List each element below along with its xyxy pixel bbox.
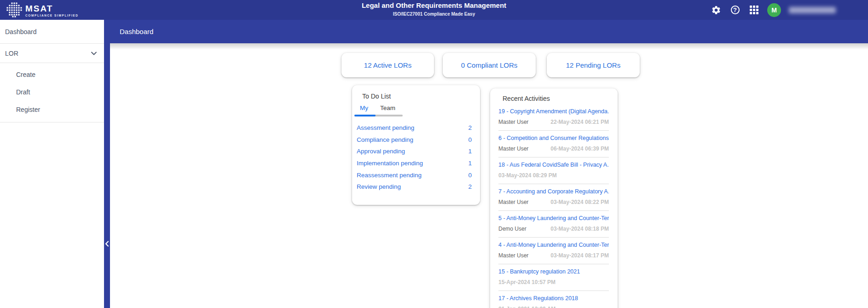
activity-time: 06-May-2024 06:39 PM bbox=[550, 145, 609, 152]
todo-item-compliance[interactable]: Compliance pending 0 bbox=[357, 134, 472, 146]
todo-count: 2 bbox=[468, 183, 472, 190]
activity-item: 4 - Anti-Money Laundering and Counter-Te… bbox=[498, 238, 609, 264]
username-redacted bbox=[789, 7, 836, 13]
todo-label: Compliance pending bbox=[357, 136, 413, 143]
topbar: Dashboard bbox=[104, 20, 868, 43]
activity-link[interactable]: 6 - Competition and Consumer Regulations… bbox=[498, 135, 609, 141]
sidebar-item-dashboard[interactable]: Dashboard bbox=[0, 20, 104, 43]
sidebar-item-create[interactable]: Create bbox=[0, 66, 104, 83]
app-header: MSAT COMPLIANCE SIMPLIFIED Legal and Oth… bbox=[0, 0, 868, 20]
activity-time: 15-Apr-2024 10:57 PM bbox=[498, 279, 556, 285]
activity-user: Master User bbox=[498, 145, 528, 152]
sidebar-divider bbox=[0, 122, 104, 122]
logo-text: MSAT COMPLIANCE SIMPLIFIED bbox=[25, 4, 79, 17]
todo-item-implementation[interactable]: Implementation pending 1 bbox=[357, 157, 472, 169]
main-content: 12 Active LORs 0 Compliant LORs 12 Pendi… bbox=[110, 43, 868, 308]
todo-count: 0 bbox=[468, 172, 472, 179]
activity-link[interactable]: 19 - Copyright Amendment (Digital Agenda… bbox=[498, 108, 609, 115]
activity-item: 6 - Competition and Consumer Regulations… bbox=[498, 131, 609, 157]
activity-user: Demo User bbox=[498, 226, 527, 232]
apps-grid-icon[interactable] bbox=[748, 5, 759, 16]
activity-link[interactable]: 4 - Anti-Money Laundering and Counter-Te… bbox=[498, 242, 609, 248]
sidebar-item-lor[interactable]: LOR bbox=[0, 44, 104, 63]
sidebar-create-label: Create bbox=[16, 71, 35, 78]
activity-time: 22-May-2024 06:21 PM bbox=[550, 119, 609, 125]
todo-count: 0 bbox=[468, 136, 472, 143]
stat-active-label: 12 Active LORs bbox=[364, 61, 411, 69]
todo-count: 1 bbox=[468, 160, 472, 167]
sidebar-item-draft[interactable]: Draft bbox=[0, 83, 104, 101]
tab-my[interactable]: My bbox=[360, 105, 368, 115]
activity-link[interactable]: 15 - Bankruptcy regulation 2021 bbox=[498, 268, 609, 275]
page-subtitle: ISO/IEC27001 Compliance Made Easy bbox=[362, 12, 506, 17]
help-question-glyph: ? bbox=[731, 6, 740, 14]
sidebar-item-register[interactable]: Register bbox=[0, 101, 104, 118]
stat-card-active-lors[interactable]: 12 Active LORs bbox=[341, 53, 434, 77]
breadcrumb: Dashboard bbox=[120, 28, 153, 35]
brand-name: MSAT bbox=[25, 4, 79, 13]
sidebar-register-label: Register bbox=[16, 106, 40, 113]
header-actions: ? M bbox=[711, 0, 836, 20]
todo-count: 2 bbox=[468, 124, 472, 131]
msat-globe-icon bbox=[6, 2, 22, 19]
stat-card-compliant-lors[interactable]: 0 Compliant LORs bbox=[443, 53, 536, 77]
activity-time: 03-May-2024 08:29 PM bbox=[498, 172, 557, 179]
todo-item-reassessment[interactable]: Reassessment pending 0 bbox=[357, 169, 472, 181]
sidebar-draft-label: Draft bbox=[16, 88, 30, 96]
activity-user: Master User bbox=[498, 119, 528, 125]
tab-underline-track bbox=[354, 115, 403, 116]
todo-label: Approval pending bbox=[357, 148, 405, 155]
content-top-shadow bbox=[110, 43, 868, 50]
activity-user: Master User bbox=[498, 252, 528, 259]
settings-gear-icon[interactable] bbox=[711, 5, 722, 16]
brand-tagline: COMPLIANCE SIMPLIFIED bbox=[25, 14, 79, 17]
page-title: Legal and Other Requirements Management bbox=[362, 1, 506, 9]
activity-item: 15 - Bankruptcy regulation 2021 15-Apr-2… bbox=[498, 264, 609, 291]
sidebar-lor-label: LOR bbox=[5, 50, 18, 57]
tab-active-indicator bbox=[354, 115, 376, 116]
todo-tabs: My Team bbox=[352, 100, 480, 115]
user-avatar[interactable]: M bbox=[767, 3, 781, 17]
todo-label: Review pending bbox=[357, 183, 401, 190]
header-titles: Legal and Other Requirements Management … bbox=[362, 1, 506, 17]
todo-item-approval[interactable]: Approval pending 1 bbox=[357, 145, 472, 157]
todo-item-assessment[interactable]: Assessment pending 2 bbox=[357, 122, 472, 134]
todo-count: 1 bbox=[468, 148, 472, 155]
todo-label: Implementation pending bbox=[357, 160, 423, 167]
sidebar-collapse-strip bbox=[104, 43, 110, 308]
todo-card: To Do List My Team Assessment pending 2 … bbox=[352, 85, 480, 205]
activity-item: 5 - Anti-Money Laundering and Counter-Te… bbox=[498, 211, 609, 238]
activity-link[interactable]: 17 - Archives Regulations 2018 bbox=[498, 295, 609, 302]
chevron-down-icon[interactable] bbox=[91, 52, 97, 55]
todo-label: Reassessment pending bbox=[357, 172, 422, 179]
msat-logo[interactable]: MSAT COMPLIANCE SIMPLIFIED bbox=[6, 2, 79, 19]
activity-item: 19 - Copyright Amendment (Digital Agenda… bbox=[498, 104, 609, 131]
activity-link[interactable]: 5 - Anti-Money Laundering and Counter-Te… bbox=[498, 215, 609, 221]
stat-pending-label: 12 Pending LORs bbox=[566, 61, 620, 69]
activity-user: Master User bbox=[498, 199, 528, 205]
activity-item: 18 - Aus Federal CovidSafe Bill - Privac… bbox=[498, 157, 609, 184]
todo-title: To Do List bbox=[352, 85, 480, 100]
help-icon[interactable]: ? bbox=[729, 5, 741, 16]
todo-list: Assessment pending 2 Compliance pending … bbox=[352, 116, 480, 193]
activity-time: 03-May-2024 08:18 PM bbox=[550, 226, 609, 232]
sidebar-dashboard-label: Dashboard bbox=[5, 28, 37, 35]
stat-card-pending-lors[interactable]: 12 Pending LORs bbox=[547, 53, 640, 77]
chevron-left-icon[interactable] bbox=[104, 238, 110, 249]
recent-activities-card: Recent Activities 19 - Copyright Amendme… bbox=[490, 88, 618, 308]
app-root: MSAT COMPLIANCE SIMPLIFIED Legal and Oth… bbox=[0, 0, 868, 308]
activity-time: 03-May-2024 08:22 PM bbox=[550, 199, 609, 205]
activity-time: 01-Jan-0001 12:00 AM bbox=[498, 306, 556, 308]
todo-label: Assessment pending bbox=[357, 124, 414, 131]
activity-item: 7 - Accounting and Corporate Regulatory … bbox=[498, 184, 609, 211]
activity-item: 17 - Archives Regulations 2018 01-Jan-00… bbox=[498, 291, 609, 308]
activity-link[interactable]: 18 - Aus Federal CovidSafe Bill - Privac… bbox=[498, 162, 609, 168]
tab-team[interactable]: Team bbox=[380, 105, 395, 115]
activity-time: 03-May-2024 08:17 PM bbox=[550, 252, 609, 259]
recent-activities-title: Recent Activities bbox=[498, 94, 609, 104]
sidebar-divider bbox=[0, 63, 104, 63]
sidebar: Dashboard LOR Create Draft Register bbox=[0, 20, 104, 308]
stat-compliant-label: 0 Compliant LORs bbox=[461, 61, 518, 69]
activity-link[interactable]: 7 - Accounting and Corporate Regulatory … bbox=[498, 188, 609, 195]
todo-item-review[interactable]: Review pending 2 bbox=[357, 181, 472, 193]
